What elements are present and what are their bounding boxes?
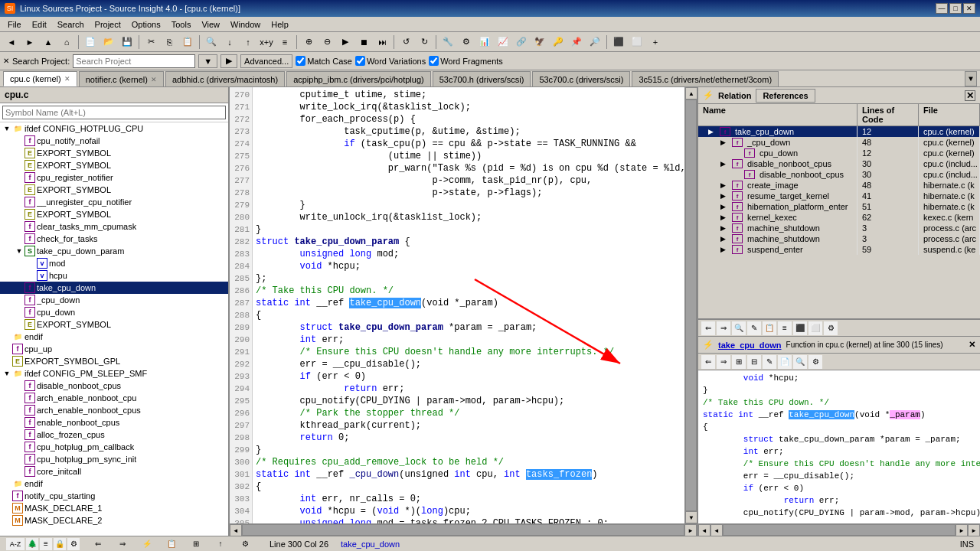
scroll-thumb-h[interactable] [242,524,684,536]
status-clip-btn[interactable]: 📋 [165,538,178,550]
bt-btn-1[interactable]: ⇐ [701,355,715,369]
rt-btn-4[interactable]: ✎ [747,321,761,335]
status-back-btn[interactable]: ⇐ [92,538,104,550]
status-az-btn[interactable]: A-Z [6,538,24,550]
tree-item-2[interactable]: EEXPORT_SYMBOL [0,147,228,159]
home-button[interactable]: ⌂ [58,34,75,50]
tab-close-cpu-c[interactable]: ✕ [64,75,70,83]
menu-tools[interactable]: Tools [167,18,196,31]
code-text[interactable]: cputime_t utime, stime; write_lock_irq(&… [253,87,684,523]
status-lock-btn[interactable]: 🔒 [54,538,66,550]
toolbar-btn-20[interactable]: 🦅 [531,34,548,50]
rel-row-1[interactable]: ▶ f _cpu_down 48 cpu.c (kernel) [698,137,980,148]
toolbar-btn-12[interactable]: ⏭ [374,34,390,50]
rel-row-0[interactable]: ▶ f take_cpu_down 12 cpu.c (kernel) [698,126,980,137]
tab-53c700h[interactable]: 53c700.h (drivers/scsi) [433,71,531,86]
relation-tab[interactable]: References [756,89,815,103]
tree-item-15[interactable]: fcpu_down [0,306,228,318]
toolbar-btn-9[interactable]: ⊖ [318,34,335,50]
code-v-scrollbar[interactable]: ▲ ▼ [684,87,697,523]
tab-close-notifier[interactable]: ✕ [151,76,157,83]
rt-btn-1[interactable]: ⇐ [701,321,715,335]
tree-item-3[interactable]: EEXPORT_SYMBOL [0,159,228,171]
tree-item-30[interactable]: fnotify_cpu_starting [0,490,228,502]
tree-item-31[interactable]: MMASK_DECLARE_1 [0,502,228,514]
relation-close-btn[interactable]: ✕ [965,90,975,101]
tree-item-4[interactable]: fcpu_register_notifier [0,171,228,184]
tree-item-24[interactable]: fenable_nonboot_cpus [0,416,228,429]
tree-item-9[interactable]: fcheck_for_tasks [0,233,228,245]
word-fragments-checkbox[interactable]: Word Fragments [429,56,503,66]
save-button[interactable]: 💾 [119,34,136,50]
preview-scroll-left2[interactable]: ◄ [710,524,723,536]
bt-btn-2[interactable]: ⇒ [717,355,730,369]
status-list-btn[interactable]: ≡ [40,538,52,550]
tree-item-6[interactable]: f__unregister_cpu_notifier [0,196,228,208]
rel-row-11[interactable]: ▶ f suspend_enter 59 suspend.c (ke [698,244,980,255]
toolbar-btn-25[interactable]: ⬜ [629,34,645,50]
tab-notifier-c[interactable]: notifier.c (kernel) ✕ [79,71,164,86]
toolbar-btn-8[interactable]: ⊕ [300,34,317,50]
tab-53c700c[interactable]: 53c700.c (drivers/scsi) [532,71,630,86]
find-button[interactable]: 🔍 [203,34,220,50]
toolbar-btn-24[interactable]: ⬛ [610,34,627,50]
tree-item-5[interactable]: EEXPORT_SYMBOL [0,184,228,196]
toolbar-btn-10[interactable]: ▶ [337,34,354,50]
status-settings-btn[interactable]: ⚙ [67,538,80,550]
toolbar-btn-11[interactable]: ⏹ [355,34,372,50]
rt-btn-3[interactable]: 🔍 [732,321,746,335]
scroll-down-btn[interactable]: ▼ [685,511,697,523]
toolbar-btn-17[interactable]: 📊 [476,34,493,50]
toolbar-btn-6[interactable]: x+y [258,34,275,50]
rt-btn-8[interactable]: ⬜ [808,321,822,335]
menu-search[interactable]: Search [53,18,89,31]
rel-row-2[interactable]: f cpu_down 12 cpu.c (kernel) [698,148,980,158]
toolbar-btn-7[interactable]: ≡ [276,34,293,50]
toolbar-btn-18[interactable]: 📈 [495,34,511,50]
preview-scroll-left[interactable]: ◄ [698,524,710,536]
tree-item-11[interactable]: vmod [0,257,228,269]
back-button[interactable]: ◄ [3,34,20,50]
match-case-checkbox[interactable]: Match Case [296,56,352,66]
tree-item-20[interactable]: ▼📁ifdef CONFIG_PM_SLEEP_SMF [0,367,228,380]
tree-item-16[interactable]: EEXPORT_SYMBOL [0,318,228,331]
close-button[interactable]: ✕ [963,3,975,14]
preview-code[interactable]: void *hcpu;}/* Take this CPU down. */sta… [698,370,980,523]
rel-row-6[interactable]: ▶ f resume_target_kernel 41 hibernate.c … [698,191,980,201]
minimize-button[interactable]: — [936,3,948,14]
symbol-search-input[interactable] [2,106,226,119]
tree-item-18[interactable]: fcpu_up [0,343,228,355]
tree-item-0[interactable]: ▼📁ifdef CONFIG_HOTPLUG_CPU [0,122,228,135]
tab-cpu-c[interactable]: cpu.c (kernel) ✕ [3,71,77,86]
paste-button[interactable]: 📋 [179,34,196,50]
tab-3c515[interactable]: 3c515.c (drivers/net/ethernet/3com) [632,71,779,86]
menu-window[interactable]: Window [226,18,265,31]
tree-item-13[interactable]: ftake_cpu_down [0,282,228,294]
tree-item-1[interactable]: fcpu_notify_nofail [0,135,228,147]
toolbar-btn-26[interactable]: + [647,34,664,50]
toolbar-btn-23[interactable]: 🔎 [586,34,603,50]
menu-project[interactable]: Project [90,18,126,31]
rel-row-10[interactable]: ▶ f machine_shutdown 3 process.c (arc [698,233,980,244]
rel-row-9[interactable]: ▶ f machine_shutdown 3 process.c (arc [698,223,980,233]
preview-scroll-right2[interactable]: ► [956,524,968,536]
bt-btn-3[interactable]: ⊞ [732,355,746,369]
status-settings2-btn[interactable]: ⚙ [239,538,251,550]
scroll-thumb-v[interactable] [685,99,697,511]
up-button[interactable]: ▲ [40,34,57,50]
forward-button[interactable]: ► [21,34,38,50]
toolbar-btn-5[interactable]: ↑ [240,34,256,50]
scroll-right-btn[interactable]: ► [684,524,697,536]
bt-btn-6[interactable]: 📄 [778,355,792,369]
bt-btn-8[interactable]: ⚙ [808,355,822,369]
preview-thumb[interactable] [723,524,956,536]
menu-edit[interactable]: Edit [28,18,51,31]
tree-item-12[interactable]: vhcpu [0,269,228,282]
tree-item-23[interactable]: farch_enable_nonboot_cpus [0,404,228,416]
menu-file[interactable]: File [3,18,26,31]
tree-item-19[interactable]: EEXPORT_SYMBOL_GPL [0,355,228,367]
tree-item-25[interactable]: falloc_frozen_cpus [0,429,228,441]
status-tree-btn[interactable]: 🌲 [26,538,38,550]
maximize-button[interactable]: □ [949,3,962,14]
rt-btn-5[interactable]: 📋 [763,321,776,335]
